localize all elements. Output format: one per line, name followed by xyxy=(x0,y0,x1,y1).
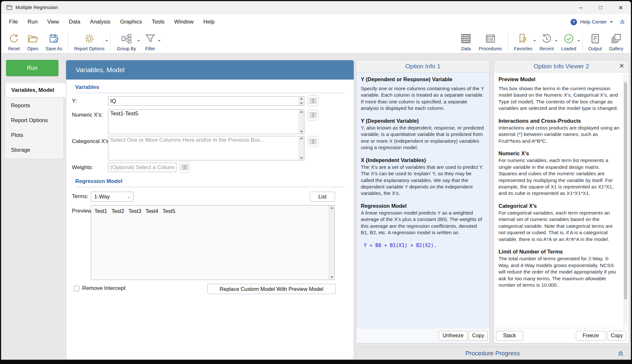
y-input-spinner[interactable] xyxy=(299,96,304,106)
column-grid-icon xyxy=(182,165,188,170)
regression-formula: Y = B0 + B1(X1) + B2(X2). xyxy=(364,243,485,248)
menu-window[interactable]: Window xyxy=(174,19,193,25)
open-button[interactable]: Open xyxy=(24,30,42,53)
tab-report-options[interactable]: Report Options xyxy=(5,113,64,128)
remove-intercept-checkbox[interactable] xyxy=(74,286,79,291)
viewer-scrollbar[interactable] xyxy=(623,74,627,327)
gallery-button[interactable]: Gallery xyxy=(606,30,627,53)
info-section-heading: Numeric X's xyxy=(499,150,620,157)
menu-analysis[interactable]: Analysis xyxy=(90,19,110,25)
recent-button[interactable]: Recent xyxy=(536,30,557,53)
list-button[interactable]: List xyxy=(310,192,335,202)
data-button[interactable]: Data xyxy=(457,30,475,53)
minimize-button[interactable]: – xyxy=(571,1,591,14)
preview-scrollbar[interactable] xyxy=(329,206,334,280)
menu-tools[interactable]: Tools xyxy=(152,19,164,25)
option-info-viewer-2-header[interactable]: Option Info Viewer 2 ✕ xyxy=(494,60,629,72)
tab-storage[interactable]: Storage xyxy=(5,143,64,158)
info-section-body: This box shows the terms in the current … xyxy=(499,85,620,112)
toolbar-divider xyxy=(508,33,508,51)
report-options-caret-icon[interactable] xyxy=(105,40,108,42)
run-button[interactable]: Run xyxy=(6,60,58,76)
info-section-body: A linear regression model predicts Y as … xyxy=(361,210,485,236)
weights-column-picker-button[interactable] xyxy=(179,162,190,173)
copy-button[interactable]: Copy xyxy=(469,331,488,341)
group-by-button[interactable]: Group By xyxy=(113,30,140,53)
window-controls: – □ ✕ xyxy=(571,1,631,14)
report-options-button[interactable]: Report Options xyxy=(71,30,108,53)
terms-dropdown[interactable]: 1-Way ⌄ xyxy=(91,192,133,202)
tab-reports[interactable]: Reports xyxy=(5,98,64,113)
procedures-button[interactable]: Procedures xyxy=(475,30,506,53)
loaded-button[interactable]: Loaded xyxy=(558,30,580,53)
help-center[interactable]: ? Help Center xyxy=(570,14,626,30)
help-icon: ? xyxy=(570,19,577,25)
numeric-xs-scrollbar[interactable] xyxy=(299,110,304,134)
menu-help[interactable]: Help xyxy=(203,19,215,25)
help-center-caret-icon[interactable] xyxy=(610,21,613,23)
categorical-xs-scrollbar[interactable] xyxy=(299,136,304,160)
tab-variables-model[interactable]: Variables, Model xyxy=(5,83,67,98)
y-variable-input[interactable] xyxy=(108,96,299,106)
categorical-xs-label: Categorical X's: xyxy=(72,138,110,145)
output-icon xyxy=(589,33,601,44)
menu-data[interactable]: Data xyxy=(69,19,80,25)
filter-caret-icon[interactable] xyxy=(158,40,161,42)
reset-button[interactable]: Reset xyxy=(5,30,24,53)
save-as-button[interactable]: Save As xyxy=(42,30,66,53)
weights-input[interactable] xyxy=(108,163,176,172)
copy-button[interactable]: Copy xyxy=(607,331,626,341)
menu-file[interactable]: File xyxy=(9,19,18,25)
close-button[interactable]: ✕ xyxy=(611,1,631,14)
info-section-heading: Y (Dependent or Response) Variable xyxy=(361,76,485,82)
svg-text:?: ? xyxy=(573,20,575,24)
info-section-heading: Y (Dependent Variable) xyxy=(361,118,485,124)
toolbar-divider xyxy=(110,33,111,51)
info-section-heading: Regression Model xyxy=(361,203,485,209)
freeze-button[interactable]: Freeze xyxy=(576,331,606,341)
close-viewer-icon[interactable]: ✕ xyxy=(618,62,626,70)
favorites-button[interactable]: Favorites xyxy=(510,30,536,53)
info-section-body: Interactions and cross products are disp… xyxy=(499,125,620,144)
categorical-xs-column-picker-button[interactable] xyxy=(308,136,319,147)
loaded-caret-icon[interactable] xyxy=(578,40,580,42)
column-grid-icon xyxy=(310,139,316,144)
recent-caret-icon[interactable] xyxy=(555,40,558,42)
viewer-scrollbar-thumb[interactable] xyxy=(624,82,627,300)
option-info-1-header[interactable]: Option Info 1 xyxy=(356,60,489,72)
output-button[interactable]: Output xyxy=(585,30,606,53)
replace-custom-model-button[interactable]: Replace Custom Model With Preview Model xyxy=(207,284,336,294)
preview-model-box[interactable]: Test1 Test2 Test3 Test4 Test5 xyxy=(91,205,335,280)
numeric-xs-input[interactable]: Test1-Test5 xyxy=(108,110,299,134)
info-section-heading: Limit of Number of Terms xyxy=(499,249,620,255)
stack-button[interactable]: Stack xyxy=(496,331,523,341)
y-column-picker-button[interactable] xyxy=(308,95,319,106)
data-grid-icon xyxy=(460,33,472,44)
remove-intercept-label: Remove Intercept xyxy=(82,285,125,292)
info-section-heading: Preview Model xyxy=(499,76,620,82)
favorites-caret-icon[interactable] xyxy=(533,40,536,42)
toolbar: Reset Open Save As Report Options Group … xyxy=(1,30,631,53)
procedure-progress-bar[interactable]: Procedure Progress xyxy=(356,347,629,360)
expand-progress-icon[interactable] xyxy=(617,350,624,357)
info-section-heading: Interactions and Cross-Products xyxy=(499,118,620,124)
option-info-viewer-2-panel: Option Info Viewer 2 ✕ Preview ModelThis… xyxy=(494,60,629,343)
categorical-xs-input[interactable] xyxy=(108,136,299,160)
unfreeze-button[interactable]: Unfreeze xyxy=(439,331,468,341)
menu-view[interactable]: View xyxy=(47,19,59,25)
filter-icon xyxy=(144,33,156,44)
menu-bar: File Run View Data Analysis Graphics Too… xyxy=(1,14,631,30)
option-info-viewer-2-footer: Stack Freeze Copy xyxy=(494,328,629,343)
option-info-1-title: Option Info 1 xyxy=(405,63,440,70)
menu-graphics[interactable]: Graphics xyxy=(120,19,142,25)
maximize-button[interactable]: □ xyxy=(591,1,611,14)
remove-intercept-row: Remove Intercept xyxy=(74,285,125,292)
filter-button[interactable]: Filter xyxy=(140,30,161,53)
tab-plots[interactable]: Plots xyxy=(5,128,64,143)
numeric-xs-column-picker-button[interactable] xyxy=(308,110,319,120)
collapse-ribbon-icon[interactable] xyxy=(619,19,626,25)
option-info-1-footer: Unfreeze Copy xyxy=(356,328,489,343)
group-by-caret-icon[interactable] xyxy=(137,40,140,42)
menu-run[interactable]: Run xyxy=(27,19,37,25)
info-section-body: The X's are a set of variables that are … xyxy=(361,164,485,197)
